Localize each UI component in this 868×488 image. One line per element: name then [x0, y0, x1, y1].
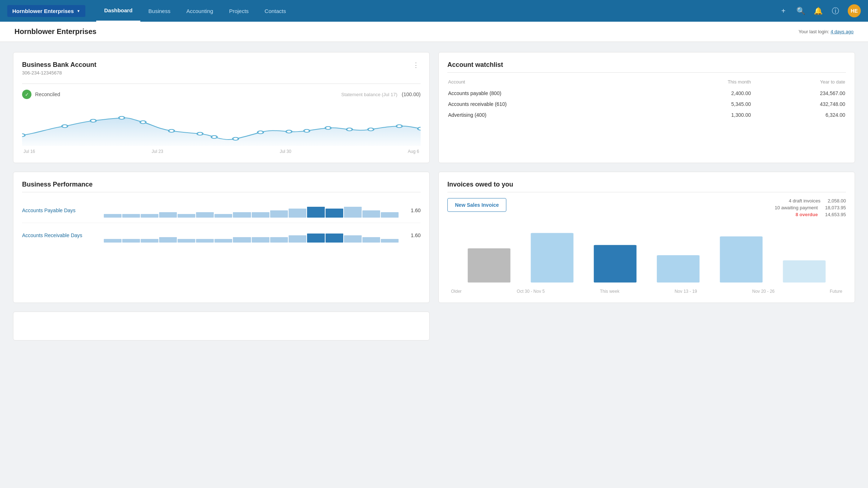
col-account: Account — [448, 79, 664, 87]
bank-line-chart — [22, 103, 421, 146]
performance-title: Business Performance — [22, 181, 421, 188]
perf-bar — [141, 239, 158, 243]
invoice-summary-row: 8 overdue 14,653.95 — [775, 212, 846, 217]
main-content: Business Bank Account 306-234-12345678 ⋮… — [0, 42, 868, 351]
line-chart-svg — [22, 103, 421, 146]
watchlist-account: Advertising (400) — [448, 110, 664, 120]
bell-icon[interactable]: 🔔 — [813, 6, 823, 16]
add-icon[interactable]: + — [778, 6, 788, 16]
performance-row: Accounts Payable Days 1.60 — [22, 198, 421, 223]
bar-chart-bar[interactable] — [531, 233, 574, 283]
chart-dot — [140, 121, 146, 124]
bar-chart-bar[interactable] — [657, 255, 699, 283]
invoice-summary-row: 10 awaiting payment 18,073.95 — [775, 205, 846, 210]
statement-label: Statement balance (Jul 17) — [341, 92, 397, 97]
chart-dot — [22, 134, 25, 137]
main-nav: Hornblower Enterprises ▼ Dashboard Busin… — [0, 0, 868, 22]
invoices-title: Invoices owed to you — [447, 181, 846, 188]
perf-bar — [252, 212, 269, 218]
invoice-summary: 4 draft invoices 2,058.0010 awaiting pay… — [775, 198, 846, 219]
watchlist-divider — [447, 72, 846, 73]
nav-icons: + 🔍 🔔 ⓘ HE — [778, 4, 861, 17]
perf-bar — [196, 212, 214, 218]
perf-bar — [122, 239, 140, 243]
nav-links: Dashboard Business Accounting Projects C… — [96, 0, 294, 22]
bank-card-title: Business Bank Account — [22, 61, 96, 69]
perf-bar — [233, 212, 251, 218]
user-avatar[interactable]: HE — [848, 4, 861, 17]
bar-chart-label: Nov 20 - 26 — [752, 289, 775, 294]
perf-bar — [159, 212, 177, 218]
bar-chart-bar[interactable] — [720, 236, 762, 283]
nav-link-projects[interactable]: Projects — [221, 0, 256, 22]
bar-chart-labels: OlderOct 30 - Nov 5This weekNov 13 - 19N… — [447, 289, 846, 294]
chart-dot — [233, 137, 238, 140]
bar-chart-label: Oct 30 - Nov 5 — [517, 289, 545, 294]
bottom-card — [13, 312, 430, 341]
watchlist-row: Advertising (400) 1,300.00 6,324.00 — [448, 110, 845, 120]
invoice-summary-label: 4 draft invoices — [789, 198, 820, 204]
perf-bar — [326, 234, 343, 243]
performance-divider — [22, 192, 421, 192]
chart-dot — [90, 119, 96, 122]
chart-label-aug6: Aug 6 — [408, 149, 419, 154]
bar-chart-label: This week — [600, 289, 620, 294]
perf-label[interactable]: Accounts Payable Days — [22, 207, 98, 213]
chart-dot — [62, 125, 68, 128]
bank-divider — [22, 84, 421, 84]
perf-bar — [178, 214, 195, 218]
chart-dot — [368, 128, 374, 131]
perf-bar — [307, 207, 325, 218]
perf-bar — [159, 237, 177, 243]
chart-x-labels: Jul 16 Jul 23 Jul 30 Aug 6 — [22, 149, 421, 154]
bank-account-card: Business Bank Account 306-234-12345678 ⋮… — [13, 52, 430, 163]
perf-label[interactable]: Accounts Receivable Days — [22, 232, 98, 238]
chart-dot — [325, 127, 331, 129]
bank-header: Business Bank Account 306-234-12345678 ⋮ — [22, 61, 421, 80]
brand-arrow: ▼ — [77, 9, 80, 13]
nav-link-accounting[interactable]: Accounting — [178, 0, 221, 22]
chart-dot — [197, 132, 203, 135]
reconcile-row: ✓ Reconciled Statement balance (Jul 17) … — [22, 90, 421, 99]
perf-bar — [270, 237, 288, 243]
chart-label-jul30: Jul 30 — [280, 149, 291, 154]
help-icon[interactable]: ⓘ — [830, 6, 841, 16]
chart-dot — [119, 116, 125, 119]
nav-link-dashboard[interactable]: Dashboard — [96, 0, 140, 22]
bar-chart-bar[interactable] — [468, 248, 510, 282]
performance-rows: Accounts Payable Days 1.60Accounts Recei… — [22, 198, 421, 248]
perf-bar — [362, 210, 380, 218]
reconcile-check-icon: ✓ — [22, 90, 31, 99]
new-invoice-button[interactable]: New Sales Invoice — [447, 198, 506, 212]
bar-chart-bar[interactable] — [783, 260, 826, 282]
perf-bar — [289, 235, 306, 243]
brand-logo[interactable]: Hornblower Enterprises ▼ — [7, 5, 85, 17]
statement-amount: (100.00) — [402, 91, 421, 97]
perf-value: 1.60 — [404, 207, 421, 213]
perf-bar — [326, 209, 343, 218]
invoices-divider — [447, 192, 846, 192]
perf-bar — [122, 214, 140, 218]
watchlist-table: Account This month Year to date Accounts… — [447, 78, 846, 121]
chart-dot — [211, 136, 217, 138]
bank-account-number: 306-234-12345678 — [22, 70, 96, 76]
reconcile-left: ✓ Reconciled — [22, 90, 60, 99]
brand-name: Hornblower Enterprises — [12, 8, 74, 14]
chart-label-jul16: Jul 16 — [24, 149, 35, 154]
bar-chart-bar[interactable] — [594, 245, 637, 283]
last-login-link[interactable]: 4 days ago — [830, 29, 854, 34]
chart-label-jul23: Jul 23 — [152, 149, 163, 154]
watchlist-this-month: 1,300.00 — [665, 110, 751, 120]
watchlist-account: Accounts payable (800) — [448, 88, 664, 98]
bank-menu-icon[interactable]: ⋮ — [411, 61, 421, 69]
perf-bar — [178, 239, 195, 243]
header-bar: Hornblower Enterprises Your last login: … — [0, 22, 868, 42]
nav-link-business[interactable]: Business — [140, 0, 178, 22]
perf-bar — [214, 239, 232, 243]
perf-bar — [381, 239, 399, 243]
perf-bar — [289, 209, 306, 218]
search-icon[interactable]: 🔍 — [796, 6, 806, 16]
nav-link-contacts[interactable]: Contacts — [257, 0, 294, 22]
bank-title-group: Business Bank Account 306-234-12345678 — [22, 61, 96, 80]
perf-bar — [362, 237, 380, 243]
